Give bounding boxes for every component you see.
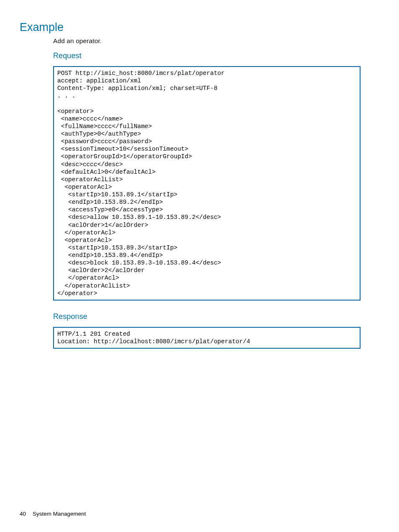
heading-request: Request [53, 51, 361, 60]
heading-response: Response [53, 312, 361, 321]
heading-example: Example [20, 21, 361, 34]
section-title: System Management [33, 511, 86, 517]
page: Example Add an operator. Request POST ht… [0, 0, 399, 532]
page-number: 40 [20, 511, 26, 517]
response-code-block: HTTP/1.1 201 Created Location: http://lo… [53, 327, 361, 349]
request-code-block: POST http://imic_host:8080/imcrs/plat/op… [53, 66, 361, 301]
page-footer: 40System Management [20, 511, 86, 517]
intro-text: Add an operator. [53, 37, 361, 45]
